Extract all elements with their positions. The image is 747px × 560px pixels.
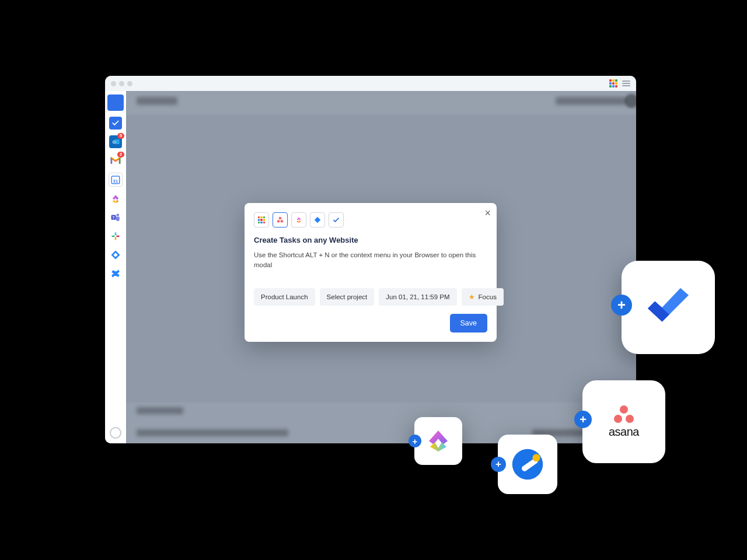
tool-jira[interactable] — [310, 212, 325, 228]
close-icon[interactable]: × — [484, 208, 491, 218]
svg-point-13 — [277, 220, 280, 223]
clickup-icon — [424, 427, 452, 455]
task-name-field[interactable]: Product Launch — [254, 288, 315, 306]
gmail-badge: 2 — [117, 152, 124, 158]
star-icon: ★ — [469, 293, 475, 301]
svg-rect-11 — [116, 236, 119, 237]
sidebar-item-gmail[interactable]: 2 — [109, 154, 122, 167]
tile-microsoft-todo[interactable]: + — [622, 261, 715, 354]
stage: O 5 2 31 T — [0, 0, 747, 560]
tile-google-tasks[interactable]: + — [498, 435, 557, 494]
sidebar-settings[interactable] — [110, 427, 121, 439]
sidebar-item-apps-grid[interactable] — [107, 94, 124, 111]
avatar — [624, 94, 636, 108]
window-titlebar — [105, 76, 636, 91]
svg-point-17 — [532, 454, 540, 461]
todo-check-icon — [642, 287, 694, 328]
tile-clickup[interactable]: + — [414, 417, 462, 465]
browser-window: O 5 2 31 T — [105, 76, 636, 443]
tile-asana[interactable]: + asana — [582, 380, 665, 463]
plus-icon: + — [611, 295, 632, 316]
plus-icon: + — [409, 435, 421, 447]
sidebar-item-clickup[interactable] — [109, 192, 122, 205]
sidebar-item-slack[interactable] — [109, 230, 122, 243]
sidebar-item-calendar[interactable]: 31 — [109, 173, 123, 187]
traffic-light-max[interactable] — [127, 81, 132, 86]
svg-rect-9 — [111, 236, 114, 237]
modal-title: Create Tasks on any Website — [254, 236, 487, 244]
tool-todo[interactable] — [329, 212, 344, 228]
apps-grid-icon[interactable] — [609, 79, 617, 88]
tool-clickup[interactable] — [291, 212, 306, 228]
svg-text:31: 31 — [113, 178, 118, 184]
sidebar-item-jira[interactable] — [109, 249, 122, 261]
sidebar-item-outlook[interactable]: O 5 — [109, 135, 122, 148]
svg-point-12 — [279, 217, 282, 220]
svg-text:O: O — [113, 140, 116, 144]
tool-grid[interactable] — [254, 212, 269, 228]
menu-icon[interactable] — [622, 80, 630, 86]
create-task-modal: × Create Tasks on any Website Use the Sh… — [245, 203, 497, 342]
save-button[interactable]: Save — [450, 314, 488, 332]
google-tasks-icon — [510, 447, 545, 482]
traffic-light-close[interactable] — [111, 81, 116, 86]
integration-picker — [254, 212, 487, 228]
gear-icon — [110, 427, 121, 439]
svg-text:T: T — [113, 216, 115, 219]
asana-logo: asana — [609, 405, 639, 439]
app-sidebar: O 5 2 31 T — [105, 91, 127, 443]
svg-point-7 — [117, 214, 120, 216]
sidebar-item-confluence[interactable] — [109, 267, 122, 280]
svg-point-14 — [281, 220, 284, 223]
svg-rect-10 — [115, 237, 117, 240]
outlook-badge: 5 — [117, 133, 124, 139]
sidebar-item-tasks[interactable] — [109, 117, 122, 130]
plus-icon: + — [574, 411, 592, 428]
svg-rect-8 — [115, 232, 117, 235]
sidebar-item-teams[interactable]: T — [109, 211, 122, 224]
due-date-field[interactable]: Jun 01, 21, 11:59 PM — [379, 288, 456, 306]
project-select[interactable]: Select project — [320, 288, 375, 306]
tool-asana[interactable] — [273, 212, 288, 228]
priority-field[interactable]: ★Focus — [462, 288, 504, 306]
modal-description: Use the Shortcut ALT + N or the context … — [254, 250, 487, 271]
traffic-light-min[interactable] — [119, 81, 124, 86]
plus-icon: + — [491, 457, 506, 472]
asana-label: asana — [609, 425, 639, 439]
